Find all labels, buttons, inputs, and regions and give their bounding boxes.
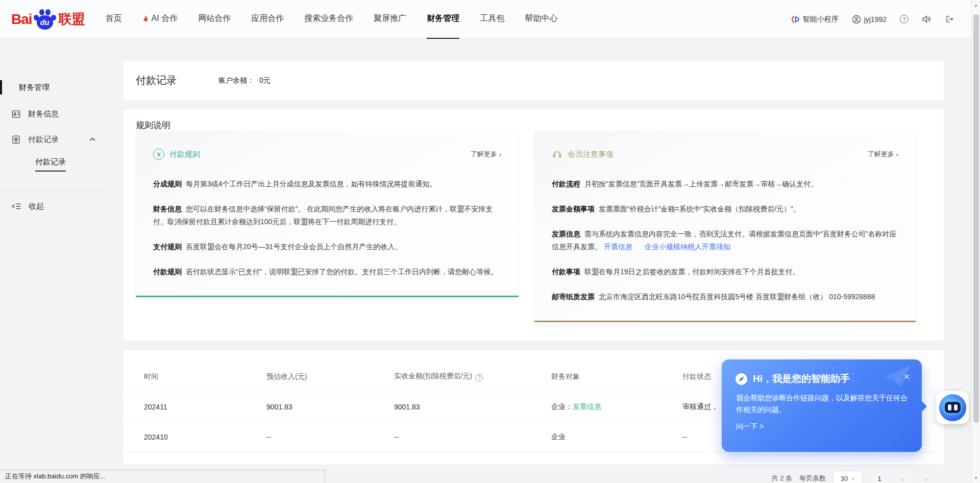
- sound-icon: [922, 15, 932, 23]
- robot-avatar-icon: [939, 394, 966, 421]
- assistant-message: 我会帮助您诊断合作链路问题，以及解答您关于任何合作相关的问题。: [736, 392, 908, 416]
- miniprogram-entry[interactable]: 智能小程序: [791, 15, 839, 24]
- page-title: 付款记录: [136, 74, 177, 87]
- nav-item-ai[interactable]: AI 合作: [142, 0, 178, 39]
- scroll-down-icon[interactable]: ▼: [972, 475, 980, 480]
- col-time: 时间: [144, 372, 266, 381]
- baidu-union-logo[interactable]: Bai du 联盟: [11, 8, 85, 31]
- browser-status-bar: 正在等待 xlab.baidu.com 的响应...: [0, 470, 325, 483]
- chevron-up-icon: [89, 137, 96, 142]
- baidu-paw-icon: du: [33, 8, 57, 31]
- account-balance-value: 0元: [259, 76, 271, 85]
- nav-item-home[interactable]: 首页: [106, 0, 122, 39]
- sidebar-item-payment-records[interactable]: 付款记录: [0, 132, 109, 147]
- nav-item-toolkit[interactable]: 工具包: [480, 0, 504, 39]
- help-button[interactable]: ?: [900, 15, 909, 23]
- per-page-label: 每页条数: [799, 474, 826, 483]
- cell-estimated: --: [266, 433, 394, 441]
- user-icon: [852, 15, 861, 24]
- finance-info-icon: [11, 109, 21, 119]
- payment-rules-panel: ¥ 付款规则 了解更多› 分成规则每月第3或4个工作日产出上月分成信息及发票信息…: [136, 131, 519, 297]
- scrollbar-thumb[interactable]: [973, 14, 979, 423]
- nav-item-website[interactable]: 网站合作: [198, 0, 231, 39]
- payment-rule-coin-icon: ¥: [153, 149, 164, 160]
- invoice-detail-link[interactable]: 发票信息: [573, 402, 601, 410]
- nav-item-juping[interactable]: 聚屏推广: [374, 0, 406, 39]
- sidebar-section-finance[interactable]: 财务管理: [0, 80, 109, 94]
- payment-rules-title: 付款规则: [169, 150, 200, 159]
- col-actual: 实收金额(扣除税费后/元)?: [394, 372, 551, 381]
- status-text: 正在等待 xlab.baidu.com 的响应...: [5, 472, 106, 480]
- member-notice-headset-icon: [552, 149, 562, 160]
- logo-text-union: 联盟: [59, 10, 85, 28]
- rule-item-share: 分成规则每月第3或4个工作日产出上月分成信息及发票信息，如有特殊情况将提前通知。: [153, 178, 501, 190]
- logo-text-bai: Bai: [11, 11, 32, 28]
- note-item-flow: 付款流程月初按“发票信息”页面开具发票→上传发票→邮寄发票→审核→确认支付。: [552, 178, 898, 190]
- miniprogram-icon: [791, 15, 800, 24]
- page-header-card: 付款记录 账户余额： 0元: [124, 61, 944, 100]
- select-chevron-icon: ∨: [851, 475, 855, 482]
- nav-item-search-biz[interactable]: 搜索业务合作: [304, 0, 353, 39]
- rule-item-finance-info: 财务信息您可以在财务信息中选择“保留付款”。 在此期间您产生的收入将在账户内进行…: [153, 203, 501, 228]
- logout-icon: [945, 15, 954, 23]
- member-notes-title: 会员注意事项: [568, 150, 614, 159]
- nav-item-finance[interactable]: 财务管理: [427, 0, 459, 39]
- note-item-payment: 付款事项联盟在每月19日之后签收的发票，付款时间安排在下个月首批支付。: [552, 265, 898, 278]
- top-nav-bar: Bai du 联盟 首页 AI 合作 网站合作 应用合作 搜索业务合作 聚屏推广…: [0, 0, 971, 39]
- assistant-robot-button[interactable]: [936, 391, 969, 424]
- cell-finance-target: 企业：发票信息: [551, 402, 682, 412]
- vertical-scrollbar[interactable]: ▲ ▼: [971, 0, 980, 483]
- rule-item-payment-status: 付款规则若付款状态显示“已支付”，说明联盟已安排了您的付款。支付后三个工作日内到…: [153, 265, 501, 278]
- collapse-icon: [11, 202, 21, 210]
- question-circle-icon[interactable]: ?: [475, 374, 483, 381]
- sidebar-subitem-payment-records[interactable]: 付款记录: [35, 157, 66, 173]
- invoice-info-link[interactable]: 开票信息: [604, 243, 632, 251]
- total-count: 共 2 条: [772, 474, 792, 483]
- small-taxpayer-link[interactable]: 企业小规模纳税人开票须知: [645, 243, 730, 251]
- next-page-button[interactable]: ›: [918, 471, 934, 483]
- per-page-select[interactable]: 30 ∨: [833, 471, 863, 483]
- cell-estimated: 9001.83: [266, 403, 394, 411]
- sidebar-item-finance-info[interactable]: 财务信息: [0, 107, 109, 121]
- main-nav: 首页 AI 合作 网站合作 应用合作 搜索业务合作 聚屏推广 财务管理 工具包 …: [106, 0, 558, 39]
- assistant-compass-icon: [735, 373, 748, 385]
- cell-actual: --: [394, 433, 551, 441]
- col-finance-target: 财务对象: [551, 372, 682, 381]
- user-account[interactable]: jyj1992: [852, 15, 887, 24]
- assistant-title: Hi，我是您的智能助手: [753, 372, 850, 385]
- payment-rules-more-link[interactable]: 了解更多›: [471, 150, 501, 159]
- nav-item-help-center[interactable]: 帮助中心: [525, 0, 557, 39]
- close-icon[interactable]: ×: [904, 372, 910, 381]
- assistant-popup: Hi，我是您的智能助手 × 我会帮助您诊断合作链路问题，以及解答您关于任何合作相…: [722, 359, 922, 452]
- member-notes-panel: 会员注意事项 了解更多› 付款流程月初按“发票信息”页面开具发票→上传发票→邮寄…: [534, 131, 916, 322]
- cell-actual: 9001.83: [394, 403, 551, 411]
- page-number-1[interactable]: 1: [872, 471, 887, 483]
- rules-card: 规则说明 ¥ 付款规则 了解更多› 分成规则每月第3或4个工作日产出上月分成信息…: [124, 109, 944, 341]
- pagination: 共 2 条 每页条数 30 ∨ 1 ‹ ›: [772, 471, 934, 483]
- col-estimated: 预估收入(元): [266, 372, 394, 381]
- help-icon: ?: [900, 15, 909, 23]
- note-item-invoice-info: 发票信息需与系统内发票信息内容完全一致，否则无法支付。请根据发票信息页面中“百度…: [552, 228, 898, 253]
- cell-time: 202410: [144, 433, 266, 441]
- rule-item-pay-rule: 支付规则百度联盟会在每月20号—31号支付企业会员上个自然月产生的收入。: [153, 240, 501, 253]
- ask-now-link[interactable]: 问一下 >: [736, 422, 908, 431]
- flame-icon: [142, 15, 149, 23]
- cell-finance-target: 企业: [551, 432, 682, 442]
- nav-item-app[interactable]: 应用合作: [251, 0, 284, 39]
- logo-text-du: du: [37, 15, 53, 30]
- username: jyj1992: [864, 15, 887, 23]
- sound-button[interactable]: [922, 15, 932, 23]
- chevron-right-icon: ›: [896, 151, 898, 158]
- top-right-cluster: 智能小程序 jyj1992 ?: [791, 15, 954, 24]
- chevron-right-icon: ›: [499, 151, 501, 158]
- logout-button[interactable]: [945, 15, 954, 23]
- sidebar-collapse-button[interactable]: 收起: [0, 199, 109, 213]
- account-balance-label: 账户余额：: [218, 76, 254, 85]
- note-item-mailing: 邮寄纸质发票北京市海淀区西北旺东路10号院百度科技园5号楼 百度联盟财务组（收）…: [552, 291, 898, 303]
- note-item-invoice-amount: 发票金额事项发票票面“价税合计”金额=系统中“实收金额（扣除税费后/元）”。: [552, 203, 898, 215]
- member-notes-more-link[interactable]: 了解更多›: [868, 150, 898, 159]
- scroll-up-icon[interactable]: ▲: [972, 3, 980, 8]
- rules-section-title: 规则说明: [136, 119, 170, 131]
- payment-record-icon: [11, 135, 21, 144]
- prev-page-button[interactable]: ‹: [894, 471, 911, 483]
